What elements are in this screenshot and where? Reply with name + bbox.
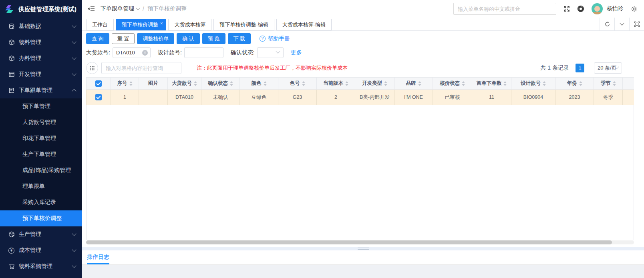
confirm-status-select[interactable] (257, 47, 284, 58)
column-label: 确认状态 (208, 80, 228, 87)
table-row[interactable]: 1 DTA010 未确认 豆绿色 G23 2 B类-内部开发 I'M ONE 已… (86, 90, 634, 105)
fullscreen-icon[interactable] (564, 6, 570, 12)
column-header-year[interactable]: 年份 (555, 77, 594, 90)
sort-icons[interactable] (543, 81, 546, 86)
submenu-label: 预下单核价调整 (22, 215, 62, 222)
cell-version: 2 (317, 90, 355, 105)
column-header-image[interactable]: 图片 (139, 77, 168, 90)
sidebar-item-order-tracking-mgmt[interactable]: 下单跟单管理 (0, 82, 82, 98)
table-content-search-input[interactable] (101, 62, 181, 74)
menu-search-input[interactable] (453, 3, 556, 15)
sidebar-item-base-data[interactable]: 基础数据 (0, 18, 82, 34)
sidebar-item-pre-order-mgmt[interactable]: 预下单管理 (0, 98, 82, 114)
reset-button[interactable]: 重 置 (112, 33, 135, 44)
refresh-icon[interactable] (600, 18, 614, 30)
column-header-confirm-status[interactable]: 确认状态 (201, 77, 240, 90)
column-header-price-status[interactable]: 核价状态 (433, 77, 472, 90)
sidebar-item-bulk-style-mgmt[interactable]: 大货款号管理 (0, 114, 82, 130)
sidebar-item-print-order-mgmt[interactable]: 印花下单管理 (0, 130, 82, 146)
horizontal-scrollbar (86, 240, 634, 244)
column-header-season[interactable]: 季节 (594, 77, 623, 90)
sidebar-item-production-order-mgmt[interactable]: 生产下单管理 (0, 146, 82, 162)
column-label: 核价状态 (440, 80, 460, 87)
sort-icons[interactable] (579, 81, 582, 86)
user-avatar[interactable] (592, 3, 603, 14)
sort-icons[interactable] (503, 81, 507, 86)
tab-pre-order-price-adjust[interactable]: 预下单核价调整 × (116, 19, 166, 30)
download-button[interactable]: 下 载 (228, 33, 251, 44)
submenu-label: 成品(饰品)采购管理 (22, 167, 71, 174)
sidebar-item-label: 下单跟单管理 (19, 87, 68, 94)
page-number-button[interactable]: 1 (576, 64, 584, 72)
preview-button[interactable]: 预 览 (202, 33, 225, 44)
column-header-version[interactable]: 当前版本 (317, 77, 355, 90)
confirm-button[interactable]: 确 认 (177, 33, 200, 44)
search-button[interactable]: 查 询 (86, 33, 109, 44)
sidebar-item-dev-mgmt[interactable]: 开发管理 (0, 66, 82, 82)
select-all-header-cell (86, 77, 111, 90)
order-document-icon (8, 87, 15, 94)
cell-bulk-no: DTA010 (168, 90, 201, 105)
tab-bulk-cost-accounting-edit[interactable]: 大货成本核算-编辑 (276, 19, 332, 30)
column-header-design-no[interactable]: 设计款号 (511, 77, 555, 90)
column-header-partial[interactable] (623, 77, 634, 90)
row-select-cell (86, 90, 111, 105)
column-header-first-order-qty[interactable]: 首单下单数 (472, 77, 511, 90)
column-header-dev-type[interactable]: 开发类型 (355, 77, 394, 90)
sidebar-item-material-purchase-mgmt[interactable]: 物料采购管理 (0, 258, 82, 274)
sort-icons[interactable] (302, 81, 305, 86)
column-header-brand[interactable]: 品牌 (394, 77, 433, 90)
collapse-sidebar-icon[interactable] (88, 6, 95, 12)
sort-icons[interactable] (264, 81, 267, 86)
sort-icons[interactable] (384, 81, 387, 86)
chevron-down-icon (276, 49, 280, 53)
tab-workbench[interactable]: 工作台 (86, 19, 114, 30)
more-filters-link[interactable]: 更多 (291, 49, 302, 56)
column-header-bulk-no[interactable]: 大货款号 (168, 77, 201, 90)
sort-icons[interactable] (194, 81, 197, 86)
tab-bulk-cost-accounting[interactable]: 大货成本核算 (168, 19, 211, 30)
tab-label: 预下单核价调整-编辑 (219, 21, 268, 28)
submenu-label: 印花下单管理 (22, 135, 56, 142)
sort-icons[interactable] (345, 81, 348, 86)
column-header-seq[interactable]: 序号 (111, 77, 139, 90)
sidebar-item-finished-goods-purchase-mgmt[interactable]: 成品(饰品)采购管理 (0, 162, 82, 178)
column-label: 首单下单数 (477, 80, 502, 87)
sort-icons[interactable] (462, 81, 465, 86)
sort-icons[interactable] (418, 81, 421, 86)
sidebar-item-production-mgmt[interactable]: 生产管理 (0, 226, 82, 242)
chevron-down-icon[interactable] (614, 18, 629, 30)
tab-operation-log[interactable]: 操作日志 (87, 254, 109, 261)
help-manual-link[interactable]: ? 帮助手册 (260, 35, 290, 42)
sidebar-item-pre-order-price-adjust[interactable]: 预下单核价调整 (0, 210, 82, 226)
select-all-checkbox[interactable] (95, 80, 102, 87)
package-icon (8, 55, 15, 62)
column-header-color-no[interactable]: 色号 (278, 77, 317, 90)
browser-icon[interactable] (577, 5, 584, 12)
gear-icon[interactable] (631, 6, 638, 12)
username[interactable]: 杨怡玲 (607, 5, 624, 12)
sidebar-item-order-sorting[interactable]: 理单跟单 (0, 178, 82, 194)
row-checkbox[interactable] (95, 94, 102, 100)
design-no-input[interactable] (184, 47, 223, 58)
sidebar-item-sample-material-mgmt[interactable]: 办料管理 (0, 50, 82, 66)
sort-icons[interactable] (230, 81, 233, 86)
sort-icons[interactable] (613, 81, 616, 86)
column-settings-button[interactable] (86, 62, 98, 74)
sidebar-item-material-mgmt[interactable]: 物料管理 (0, 34, 82, 50)
breadcrumb-parent[interactable]: 下单跟单管理 (101, 5, 139, 12)
close-icon[interactable]: × (160, 21, 163, 26)
submenu-label: 预下单管理 (22, 103, 50, 110)
column-header-color[interactable]: 颜色 (240, 77, 278, 90)
sidebar-item-cost-mgmt[interactable]: ¥ 成本管理 (0, 242, 82, 258)
app-logo-row: 供应链管理系统(测试) (0, 0, 82, 18)
adjust-price-sheet-button[interactable]: 调整核价单 (137, 33, 174, 44)
sort-icons[interactable] (129, 81, 133, 86)
splitter-drag-handle[interactable] (358, 248, 369, 250)
tab-pre-order-price-adjust-edit[interactable]: 预下单核价调整-编辑 (213, 19, 274, 30)
sidebar-item-purchase-inbound-records[interactable]: 采购入库记录 (0, 194, 82, 210)
horizontal-scrollbar-thumb[interactable] (86, 240, 612, 244)
maximize-icon[interactable] (629, 18, 644, 30)
page-size-select[interactable]: 20 条/页 (594, 62, 622, 74)
clear-input-icon[interactable]: × (142, 50, 148, 56)
